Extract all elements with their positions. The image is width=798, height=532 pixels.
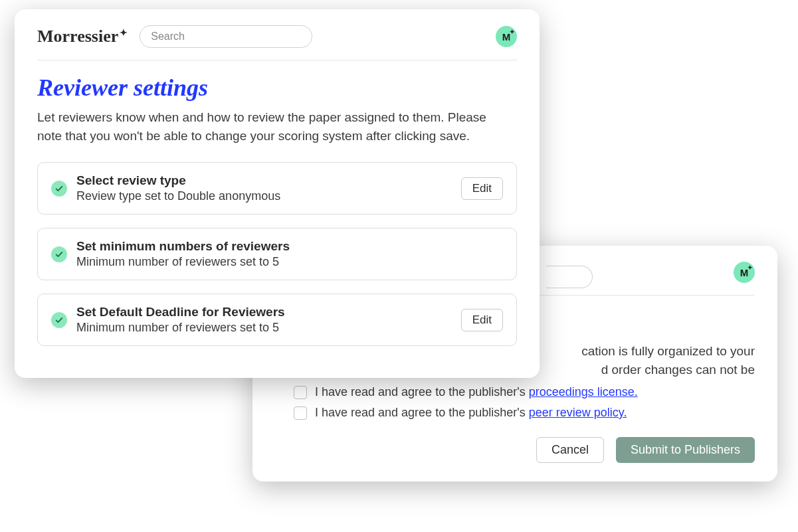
check-icon: [51, 246, 67, 262]
setting-default-deadline: Set Default Deadline for Reviewers Minim…: [37, 294, 517, 346]
peer-review-policy-link[interactable]: peer review policy.: [529, 406, 627, 419]
checkbox-proceedings[interactable]: [294, 386, 307, 399]
agree-text: I have read and agree to the publisher's: [315, 385, 529, 399]
agree-peerreview-row: I have read and agree to the publisher's…: [294, 406, 755, 420]
page-subtitle: Let reviewers know when and how to revie…: [37, 108, 502, 145]
avatar[interactable]: M: [734, 262, 755, 283]
checkbox-peerreview[interactable]: [294, 406, 307, 420]
avatar[interactable]: M: [496, 26, 517, 47]
submit-to-publishers-button[interactable]: Submit to Publishers: [616, 437, 755, 463]
agree-proceedings-row: I have read and agree to the publisher's…: [294, 385, 755, 399]
setting-min-reviewers: Set minimum numbers of reviewers Minimum…: [37, 228, 517, 280]
cancel-button[interactable]: Cancel: [536, 437, 604, 463]
search-input[interactable]: [140, 25, 312, 48]
setting-title: Set Default Deadline for Reviewers: [76, 305, 452, 319]
setting-title: Select review type: [76, 173, 452, 188]
reviewer-settings-card: Morressier✦ M Reviewer settings Let revi…: [15, 9, 540, 378]
setting-detail: Review type set to Double anonymous: [76, 189, 452, 203]
setting-detail: Minimum number of reviewers set to 5: [76, 255, 503, 269]
proceedings-license-link[interactable]: proceedings license.: [529, 385, 638, 399]
setting-review-type: Select review type Review type set to Do…: [37, 162, 517, 215]
check-icon: [51, 312, 67, 328]
agree-text: I have read and agree to the publisher's: [315, 406, 529, 419]
brand-logo: Morressier✦: [37, 27, 128, 46]
setting-title: Set minimum numbers of reviewers: [76, 239, 503, 254]
page-title: Reviewer settings: [37, 74, 517, 102]
search-field-partial: [546, 266, 593, 288]
setting-detail: Minimum number of reviewers set to 5: [76, 321, 452, 335]
check-icon: [51, 181, 67, 197]
edit-default-deadline-button[interactable]: Edit: [461, 309, 503, 331]
star-icon: ✦: [120, 27, 128, 39]
edit-review-type-button[interactable]: Edit: [461, 177, 503, 200]
divider: [37, 60, 517, 60]
